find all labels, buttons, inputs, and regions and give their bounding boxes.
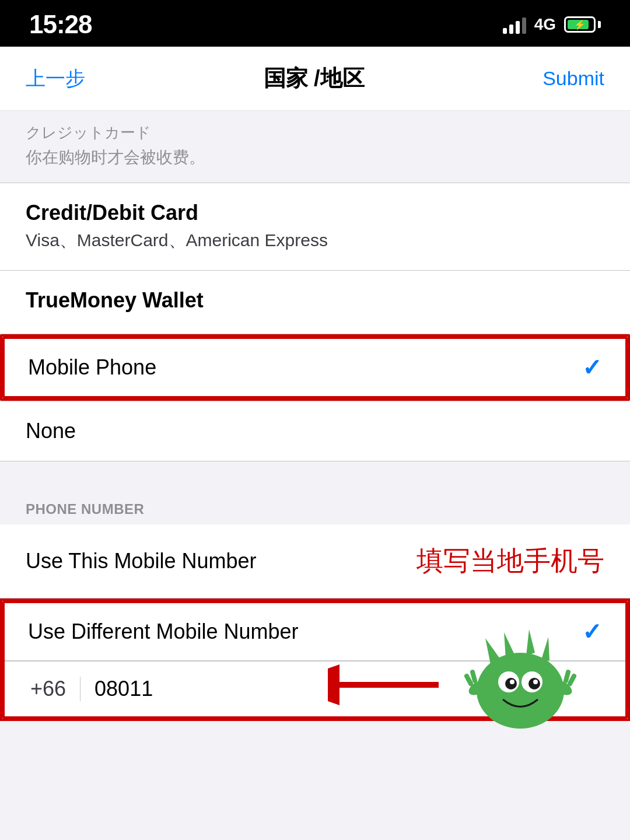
status-bar: 15:28 4G ⚡ [0, 0, 630, 47]
phone-number-display[interactable]: 08011 [94, 677, 153, 701]
submit-button[interactable]: Submit [542, 67, 604, 90]
truemoney-section: TrueMoney Wallet [0, 271, 630, 334]
mobile-phone-option[interactable]: Mobile Phone ✓ [0, 334, 630, 401]
nav-bar: 上一步 国家 /地区 Submit [0, 47, 630, 111]
none-row[interactable]: None [0, 401, 630, 461]
use-this-mobile-row[interactable]: Use This Mobile Number 填写当地手机号 [0, 524, 630, 598]
network-label: 4G [534, 15, 556, 34]
monster-sticker [462, 621, 579, 734]
phone-number-header-text: PHONE NUMBER [26, 501, 144, 517]
gap-1 [0, 461, 630, 485]
info-banner: クレジットカード 你在购物时才会被收费。 [0, 111, 630, 183]
phone-number-header: PHONE NUMBER [0, 485, 630, 524]
back-button[interactable]: 上一步 [26, 65, 85, 92]
credit-card-title: Credit/Debit Card [26, 201, 604, 225]
credit-card-section: Credit/Debit Card Visa、MasterCard、Americ… [0, 183, 630, 270]
svg-line-13 [467, 676, 471, 684]
svg-marker-2 [504, 632, 514, 659]
status-icons: 4G ⚡ [503, 15, 601, 34]
country-code: +66 [30, 677, 80, 701]
use-different-mobile-section[interactable]: Use Different Mobile Number ✓ +66 08011 [0, 598, 630, 721]
use-this-mobile-label: Use This Mobile Number [26, 549, 256, 573]
svg-point-0 [477, 653, 564, 729]
mobile-phone-row[interactable]: Mobile Phone ✓ [2, 337, 628, 398]
annotation-text: 填写当地手机号 [416, 543, 604, 579]
truemoney-item[interactable]: TrueMoney Wallet [0, 271, 630, 334]
svg-marker-3 [526, 629, 535, 656]
credit-card-item[interactable]: Credit/Debit Card Visa、MasterCard、Americ… [0, 183, 630, 270]
none-section: None [0, 401, 630, 461]
truemoney-title: TrueMoney Wallet [26, 288, 604, 313]
mobile-phone-checkmark: ✓ [582, 354, 602, 381]
use-different-mobile-checkmark: ✓ [582, 618, 602, 645]
none-label: None [26, 419, 76, 443]
status-time: 15:28 [29, 10, 92, 39]
svg-line-14 [473, 672, 475, 681]
svg-point-9 [510, 680, 514, 684]
mobile-phone-label: Mobile Phone [28, 355, 156, 380]
svg-marker-4 [541, 637, 550, 662]
phone-input-container: +66 08011 [5, 661, 625, 716]
nav-title: 国家 /地区 [264, 64, 365, 93]
svg-line-15 [570, 676, 574, 684]
svg-line-16 [566, 672, 568, 681]
signal-icon [503, 15, 526, 34]
info-banner-bottom: 你在购物时才会被收费。 [26, 146, 604, 169]
svg-point-10 [533, 680, 538, 684]
arrow-annotation [328, 662, 444, 710]
credit-card-subtitle: Visa、MasterCard、American Express [26, 229, 604, 253]
use-different-mobile-label: Use Different Mobile Number [28, 620, 299, 644]
battery-icon: ⚡ [564, 16, 601, 33]
info-banner-top: クレジットカード [26, 123, 604, 143]
